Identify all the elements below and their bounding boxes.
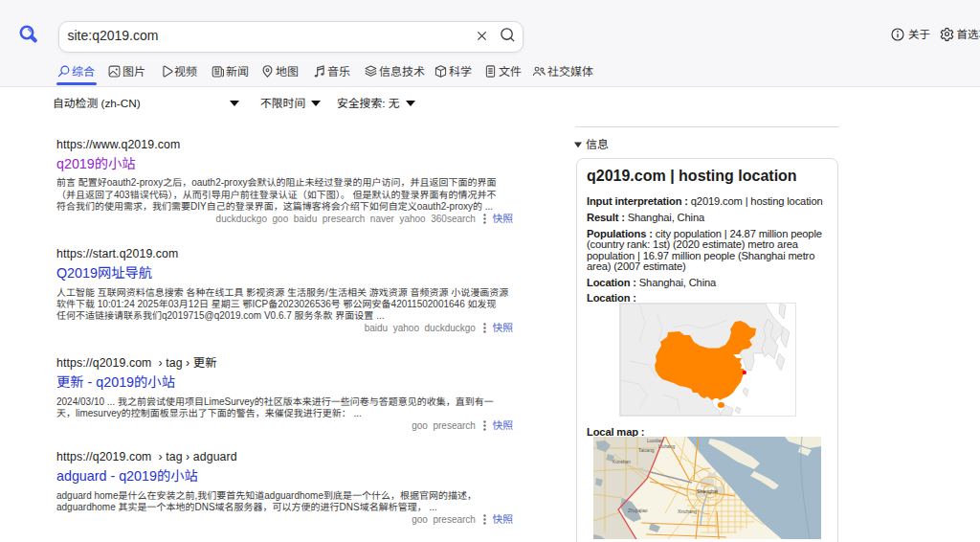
svg-text:Xinchang: Xinchang — [678, 509, 697, 514]
svg-text:Luodian: Luodian — [647, 439, 663, 443]
svg-text:Taicang: Taicang — [638, 448, 655, 453]
svg-text:Kunshan: Kunshan — [612, 460, 631, 464]
svg-text:Liuhang: Liuhang — [658, 444, 675, 449]
svg-text:Zhujiajiao: Zhujiajiao — [628, 508, 648, 513]
svg-text:Shanghai: Shanghai — [697, 488, 718, 494]
